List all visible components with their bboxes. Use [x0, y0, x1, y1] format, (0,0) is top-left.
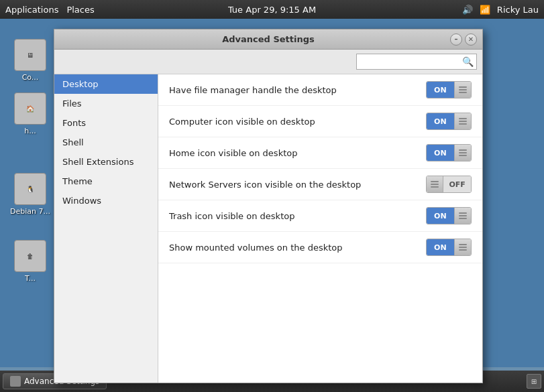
toggle-on-label: ON	[427, 113, 454, 129]
search-input[interactable]	[360, 57, 462, 66]
menu-places[interactable]: Places	[66, 5, 94, 15]
toggle-handle	[454, 113, 471, 129]
volume-icon[interactable]: 🔊	[462, 5, 473, 15]
modal-search-bar: 🔍	[54, 50, 482, 74]
toggle-network-icon[interactable]: OFF	[426, 176, 472, 193]
toggle-handle	[427, 176, 443, 192]
toggle-handle	[454, 145, 471, 161]
top-bar-right: 🔊 📶 Ricky Lau	[462, 5, 539, 15]
nav-sidebar: Desktop Files Fonts Shell Shell Extensio…	[54, 74, 158, 383]
search-box[interactable]: 🔍	[356, 54, 477, 70]
modal-title: Advanced Settings	[222, 34, 315, 44]
network-icon: 📶	[480, 5, 490, 15]
setting-label-mounted-volumes: Show mounted volumes on the desktop	[169, 243, 343, 253]
top-bar-left: Applications Places	[5, 5, 95, 15]
toggle-file-manager[interactable]: ON	[426, 81, 472, 99]
nav-item-desktop[interactable]: Desktop	[54, 74, 158, 94]
toggle-off-label: OFF	[443, 176, 471, 192]
modal-close-button[interactable]: ✕	[465, 34, 477, 46]
toggle-on-label: ON	[427, 208, 454, 224]
setting-row-trash-icon: Trash icon visible on desktop ON	[158, 200, 482, 232]
taskbar-right-icon[interactable]: ⊞	[527, 374, 541, 389]
taskbar-right-area: ⊞	[527, 374, 541, 389]
setting-label-file-manager: Have file manager handle the desktop	[169, 85, 337, 95]
toggle-on-label: ON	[427, 82, 454, 98]
search-icon[interactable]: 🔍	[462, 56, 474, 67]
setting-row-home-icon: Home icon visible on desktop ON	[158, 137, 482, 169]
settings-content-area: Have file manager handle the desktop ON	[158, 74, 482, 383]
top-bar-clock: Tue Apr 29, 9:15 AM	[228, 5, 316, 15]
setting-label-computer-icon: Computer icon visible on desktop	[169, 117, 315, 127]
toggle-mounted-volumes[interactable]: ON	[426, 239, 472, 256]
nav-item-shell-extensions[interactable]: Shell Extensions	[54, 152, 158, 172]
taskbar-app-icon	[10, 376, 21, 387]
handle-dots	[459, 212, 467, 219]
setting-row-computer-icon: Computer icon visible on desktop ON	[158, 106, 482, 137]
advanced-settings-dialog: Advanced Settings – ✕ 🔍 Desktop Files Fo…	[54, 29, 483, 383]
menu-applications[interactable]: Applications	[5, 5, 58, 15]
handle-dots	[459, 244, 467, 251]
toggle-home-icon[interactable]: ON	[426, 144, 472, 161]
nav-item-windows[interactable]: Windows	[54, 191, 158, 210]
modal-overlay: Advanced Settings – ✕ 🔍 Desktop Files Fo…	[0, 19, 544, 367]
toggle-handle	[454, 208, 471, 224]
modal-minimize-button[interactable]: –	[450, 34, 462, 46]
setting-label-home-icon: Home icon visible on desktop	[169, 148, 297, 158]
nav-item-shell[interactable]: Shell	[54, 133, 158, 152]
toggle-computer-icon[interactable]: ON	[426, 113, 472, 130]
handle-dots	[431, 181, 439, 188]
setting-label-network-icon: Network Servers icon visible on the desk…	[169, 180, 361, 190]
toggle-on-label: ON	[427, 239, 454, 255]
toggle-trash-icon[interactable]: ON	[426, 207, 472, 224]
top-taskbar: Applications Places Tue Apr 29, 9:15 AM …	[0, 0, 544, 19]
toggle-handle	[454, 82, 471, 98]
toggle-on-label: ON	[427, 145, 454, 161]
modal-body: Desktop Files Fonts Shell Shell Extensio…	[54, 74, 482, 383]
datetime-display: Tue Apr 29, 9:15 AM	[228, 5, 316, 15]
nav-item-files[interactable]: Files	[54, 94, 158, 113]
nav-item-fonts[interactable]: Fonts	[54, 113, 158, 133]
setting-label-trash-icon: Trash icon visible on desktop	[169, 211, 294, 221]
handle-dots	[459, 149, 467, 156]
setting-row-network-icon: Network Servers icon visible on the desk…	[158, 169, 482, 200]
user-label: Ricky Lau	[497, 5, 539, 15]
modal-controls: – ✕	[450, 34, 477, 46]
setting-row-mounted-volumes: Show mounted volumes on the desktop ON	[158, 232, 482, 263]
nav-item-theme[interactable]: Theme	[54, 172, 158, 191]
toggle-handle	[454, 239, 471, 255]
modal-titlebar: Advanced Settings – ✕	[54, 29, 482, 50]
handle-dots	[459, 86, 467, 93]
setting-row-file-manager: Have file manager handle the desktop ON	[158, 74, 482, 106]
handle-dots	[459, 118, 467, 125]
